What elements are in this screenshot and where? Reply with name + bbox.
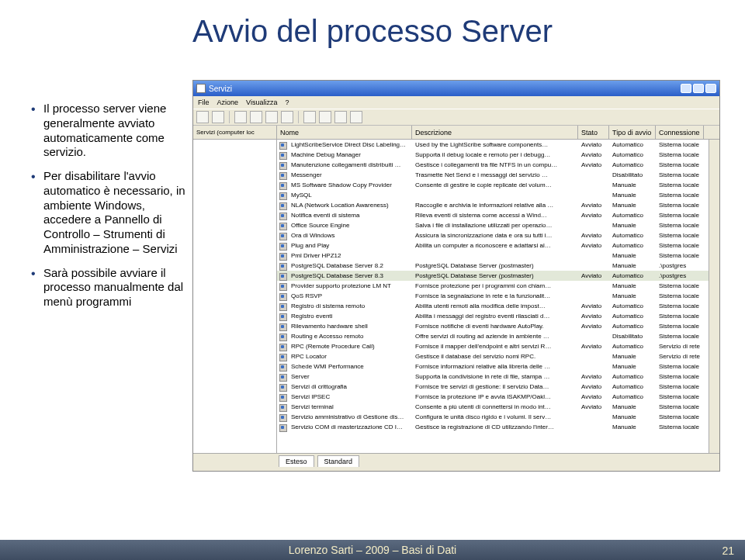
- refresh-icon[interactable]: [234, 111, 247, 123]
- cell-name: Plug and Play: [289, 242, 413, 249]
- cell-desc: PostgreSQL Database Server (postmaster): [413, 272, 579, 279]
- table-row[interactable]: MS Software Shadow Copy ProviderConsente…: [277, 180, 709, 190]
- bullet-item: Il processo server viene generalmente av…: [31, 102, 186, 160]
- table-row[interactable]: Rilevamento hardware shellFornisce notif…: [277, 321, 709, 331]
- service-icon: [279, 202, 286, 209]
- tab-standard[interactable]: Standard: [317, 455, 360, 467]
- table-row[interactable]: Registro di sistema remotoAbilita utenti…: [277, 301, 709, 311]
- cell-desc: Trasmette Net Send e i messaggi del serv…: [413, 171, 579, 178]
- cell-tipo: Automatico: [610, 141, 657, 148]
- cell-stato: Avviato: [579, 383, 610, 390]
- cell-conn: Sistema locale: [657, 423, 705, 430]
- services-grid[interactable]: LightScribeService Direct Disc Labeling……: [277, 140, 709, 453]
- menu-file[interactable]: File: [198, 99, 210, 106]
- table-row[interactable]: Notifica eventi di sistemaRileva eventi …: [277, 210, 709, 220]
- cell-stato: Avviato: [579, 343, 610, 350]
- cell-name: MySQL: [289, 192, 413, 199]
- maximize-icon[interactable]: [693, 84, 704, 93]
- play-icon[interactable]: [303, 111, 316, 123]
- service-icon: [279, 313, 286, 320]
- cell-conn: Sistema locale: [657, 373, 705, 380]
- table-row[interactable]: LightScribeService Direct Disc Labeling……: [277, 140, 709, 150]
- col-name[interactable]: Nome: [277, 126, 412, 139]
- service-icon: [279, 151, 286, 159]
- service-icon: [279, 302, 286, 310]
- table-row[interactable]: Routing e Accesso remotoOffre servizi di…: [277, 331, 709, 341]
- export-icon[interactable]: [265, 111, 278, 123]
- cell-desc: Fornisce notifiche di eventi hardware Au…: [413, 323, 579, 330]
- table-row[interactable]: NLA (Network Location Awareness)Raccogli…: [277, 200, 709, 210]
- cell-desc: Rileva eventi di sistema come accessi a …: [413, 212, 579, 219]
- table-row[interactable]: Servizi terminalConsente a più utenti di…: [277, 402, 709, 412]
- scrollbar[interactable]: [709, 140, 719, 453]
- services-window: Servizi File Azione Visualizza ?: [192, 80, 720, 472]
- menu-azione[interactable]: Azione: [217, 99, 239, 106]
- cell-desc: Abilita i messaggi del registro eventi r…: [413, 313, 579, 320]
- cell-tipo: Manuale: [610, 192, 657, 199]
- service-icon: [279, 282, 286, 290]
- cell-stato: Avviato: [579, 161, 610, 168]
- window-title: Servizi: [209, 85, 232, 93]
- minimize-icon[interactable]: [681, 84, 691, 93]
- col-desc[interactable]: Descrizione: [412, 126, 578, 139]
- cell-tipo: Manuale: [610, 262, 657, 269]
- table-row[interactable]: MessengerTrasmette Net Send e i messaggi…: [277, 170, 709, 180]
- pause-icon[interactable]: [334, 111, 347, 123]
- col-stato[interactable]: Stato: [578, 126, 609, 139]
- table-row[interactable]: PostgreSQL Database Server 8.2PostgreSQL…: [277, 261, 709, 271]
- footer-bar: Lorenzo Sarti – 2009 – Basi di Dati 21: [0, 540, 745, 560]
- table-row[interactable]: RPC LocatorGestisce il database del serv…: [277, 351, 709, 361]
- table-row[interactable]: PostgreSQL Database Server 8.3PostgreSQL…: [277, 271, 709, 281]
- table-row[interactable]: Ora di WindowsAssicura la sincronizzazio…: [277, 230, 709, 240]
- table-row[interactable]: Servizi di crittografiaFornisce tre serv…: [277, 382, 709, 392]
- back-icon[interactable]: [196, 111, 209, 123]
- table-row[interactable]: QoS RSVPFornisce la segnalazione in rete…: [277, 291, 709, 301]
- page-number: 21: [722, 544, 734, 557]
- col-tipo[interactable]: Tipo di avvio: [609, 126, 656, 139]
- table-row[interactable]: Servizio amministrativo di Gestione dis……: [277, 412, 709, 422]
- table-row[interactable]: Office Source EngineSalva i file di inst…: [277, 220, 709, 230]
- cell-tipo: Automatico: [610, 161, 657, 168]
- table-row[interactable]: ServerSupporta la condivisione in rete d…: [277, 372, 709, 382]
- table-row[interactable]: Manutenzione collegamenti distribuiti …G…: [277, 160, 709, 170]
- col-conn[interactable]: Connessione: [656, 126, 704, 139]
- properties-icon[interactable]: [250, 111, 262, 123]
- cell-conn: Sistema locale: [657, 161, 705, 168]
- cell-conn: Sistema locale: [657, 192, 705, 199]
- cell-stato: Avviato: [579, 242, 610, 249]
- stop-icon[interactable]: [319, 111, 331, 123]
- cell-desc: PostgreSQL Database Server (postmaster): [413, 262, 579, 269]
- service-icon: [279, 353, 286, 361]
- help-icon[interactable]: [281, 111, 293, 123]
- table-row[interactable]: Schede WMI PerformanceFornisce informazi…: [277, 361, 709, 372]
- table-row[interactable]: Servizi IPSECFornisce la protezione IP e…: [277, 392, 709, 402]
- cell-tipo: Disabilitato: [610, 171, 657, 178]
- table-row[interactable]: RPC (Remote Procedure Call)Fornisce il m…: [277, 341, 709, 351]
- cell-stato: Avviato: [579, 272, 610, 279]
- table-row[interactable]: Machine Debug ManagerSupporta il debug l…: [277, 150, 709, 160]
- cell-conn: Sistema locale: [657, 181, 705, 188]
- table-row[interactable]: MySQLManualeSistema locale: [277, 190, 709, 200]
- service-icon: [279, 161, 286, 169]
- service-icon: [279, 393, 286, 401]
- cell-name: Registro di sistema remoto: [289, 302, 413, 309]
- table-row[interactable]: Pml Driver HPZ12ManualeSistema locale: [277, 251, 709, 261]
- cell-stato: Avviato: [579, 202, 610, 209]
- cell-desc: Salva i file di installazione utilizzati…: [413, 222, 579, 229]
- table-row[interactable]: Plug and PlayAbilita un computer a ricon…: [277, 240, 709, 251]
- menu-help[interactable]: ?: [285, 99, 289, 106]
- table-row[interactable]: Provider supporto protezione LM NTFornis…: [277, 281, 709, 291]
- cell-tipo: Automatico: [610, 272, 657, 279]
- table-row[interactable]: Registro eventiAbilita i messaggi del re…: [277, 311, 709, 321]
- cell-conn: Servizio di rete: [657, 353, 705, 360]
- cell-conn: Sistema locale: [657, 252, 705, 259]
- tab-esteso[interactable]: Esteso: [279, 455, 314, 467]
- restart-icon[interactable]: [350, 111, 362, 123]
- table-row[interactable]: Servizio COM di masterizzazione CD I…Ges…: [277, 422, 709, 432]
- cell-name: Routing e Accesso remoto: [289, 333, 413, 340]
- cell-name: Servizi di crittografia: [289, 383, 413, 390]
- forward-icon[interactable]: [212, 111, 224, 123]
- cell-tipo: Manuale: [610, 423, 657, 430]
- menu-visualizza[interactable]: Visualizza: [246, 99, 277, 106]
- close-icon[interactable]: [705, 84, 716, 93]
